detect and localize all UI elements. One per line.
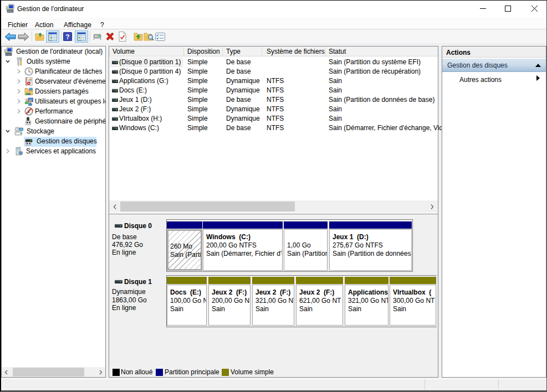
svg-text:?: ? <box>65 33 69 41</box>
